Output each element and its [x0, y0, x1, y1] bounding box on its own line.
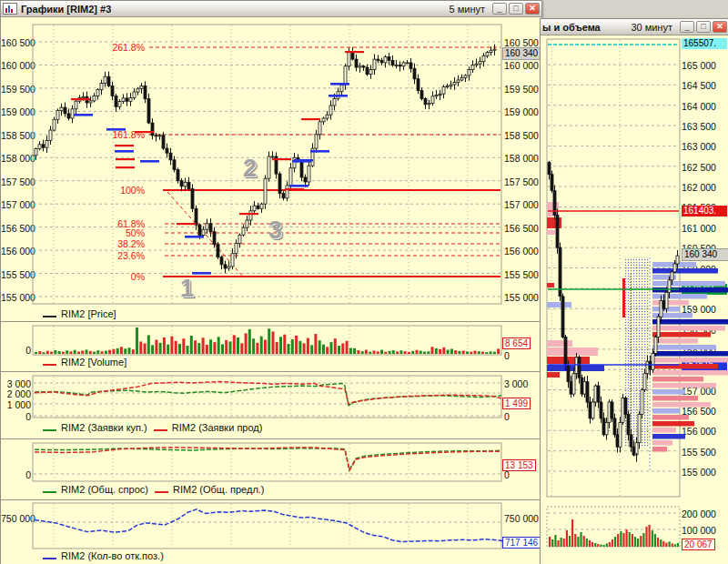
wave-label-3: 3 — [268, 218, 282, 243]
wave-label-2: 2 — [243, 156, 257, 181]
wave-label-1: 1 — [180, 277, 194, 301]
main-chart-window: Графики [RIM2] #3 5 минут _ □ ✕ 160 5001… — [0, 0, 542, 564]
right-volume-plot[interactable] — [541, 19, 728, 564]
oi-marker — [43, 558, 56, 559]
oi-label: RIM2 (Кол-во отк.поз.) — [61, 550, 164, 561]
oi-plot[interactable] — [1, 1, 541, 564]
volume-profile-window: ы и объема 30 минут _ □ ✕ 165 000164 500… — [540, 18, 728, 564]
desktop: Графики [RIM2] #3 5 минут _ □ ✕ 160 5001… — [0, 0, 728, 564]
oi-legend: RIM2 (Кол-во отк.поз.) — [43, 550, 164, 561]
